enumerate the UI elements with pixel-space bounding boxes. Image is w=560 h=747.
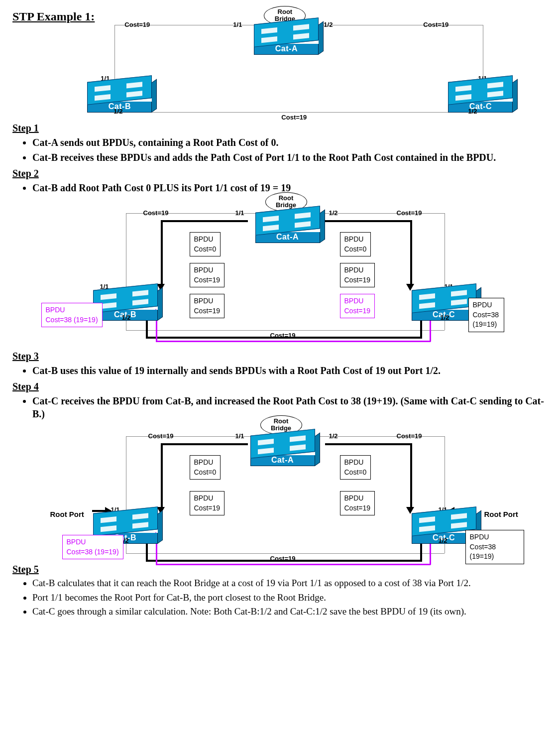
bpdu-box: BPDUCost=19 bbox=[190, 491, 225, 515]
bpdu-box: BPDUCost=0 bbox=[190, 455, 221, 480]
bpdu-box: BPDUCost=0 bbox=[340, 232, 371, 256]
switch-icon: Cat-C bbox=[448, 79, 513, 113]
list-item: Cat-B uses this value of 19 internally a… bbox=[32, 363, 548, 378]
step-list: Cat-B calculates that it can reach the R… bbox=[12, 576, 548, 619]
list-item: Cat-B receives these BPDUs and adds the … bbox=[32, 150, 548, 165]
cost-label: Cost=19 bbox=[148, 432, 174, 440]
list-item: Cat-C goes through a similar calculation… bbox=[32, 605, 548, 619]
port-label: 1/2 bbox=[113, 108, 122, 115]
cost-label: Cost=19 bbox=[124, 21, 150, 28]
port-label: 1/2 bbox=[468, 108, 477, 115]
port-label: 1/2 bbox=[122, 314, 131, 321]
port-label: 1/2 bbox=[329, 209, 338, 217]
root-port-label: Root Port bbox=[50, 510, 84, 518]
diagram-2: RootBridge Cost=19 1/1 1/2 Cost=19 Cost=… bbox=[56, 198, 504, 348]
step-list: Cat-A sends out BPDUs, containing a Root… bbox=[12, 135, 548, 165]
switch-icon: Cat-A bbox=[254, 21, 319, 55]
step-heading: Step 1 bbox=[12, 123, 548, 134]
step-heading: Step 2 bbox=[12, 168, 548, 179]
list-item: Cat-A sends out BPDUs, containing a Root… bbox=[32, 135, 548, 150]
bpdu-box: BPDUCost=38 (19=19) bbox=[62, 535, 123, 559]
bpdu-box: BPDUCost=38 (19=19) bbox=[465, 530, 524, 564]
cost-label: Cost=19 bbox=[397, 432, 422, 440]
bpdu-box: BPDUCost=0 bbox=[190, 232, 221, 256]
port-label: 1/1 bbox=[233, 21, 242, 28]
port-label: 1/2 bbox=[441, 314, 449, 321]
cost-label: Cost=19 bbox=[143, 209, 169, 217]
port-label: 1/1 bbox=[235, 209, 244, 217]
list-item: Port 1/1 becomes the Root Port for Cat-B… bbox=[32, 591, 548, 605]
bpdu-box: BPDUCost=19 bbox=[190, 294, 225, 318]
step-list: Cat-B uses this value of 19 internally a… bbox=[12, 363, 548, 378]
list-item: Cat-B calculates that it can reach the R… bbox=[32, 576, 548, 591]
bpdu-box: BPDUCost=19 bbox=[340, 294, 375, 318]
diagram-3: RootBridge Cost=19 1/1 1/2 Cost=19 Cost=… bbox=[36, 421, 524, 571]
diagram-1: RootBridge Cost=19 1/1 1/2 Cost=19 Cat-A… bbox=[105, 10, 493, 120]
port-label: 1/2 bbox=[329, 432, 338, 440]
step-heading: Step 3 bbox=[12, 351, 548, 362]
bpdu-box: BPDUCost=0 bbox=[340, 455, 371, 480]
bpdu-box: BPDUCost=38 (19=19) bbox=[468, 298, 504, 332]
port-label: 1/1 bbox=[235, 432, 244, 440]
bpdu-box: BPDUCost=19 bbox=[190, 263, 225, 287]
bpdu-box: BPDUCost=19 bbox=[340, 263, 375, 287]
port-label: 1/2 bbox=[439, 537, 448, 544]
bpdu-box: BPDUCost=19 bbox=[340, 491, 375, 515]
switch-icon: Cat-A bbox=[255, 209, 320, 243]
root-port-label: Root Port bbox=[484, 510, 518, 518]
page-title: STP Example 1: bbox=[12, 10, 95, 23]
switch-icon: Cat-A bbox=[250, 432, 315, 466]
cost-label: Cost=19 bbox=[397, 209, 422, 217]
port-label: 1/2 bbox=[324, 21, 333, 28]
bpdu-box: BPDUCost=38 (19=19) bbox=[41, 303, 103, 327]
cost-label: Cost=19 bbox=[423, 21, 448, 28]
step-heading: Step 4 bbox=[12, 381, 548, 392]
cost-label: Cost=19 bbox=[281, 114, 307, 121]
